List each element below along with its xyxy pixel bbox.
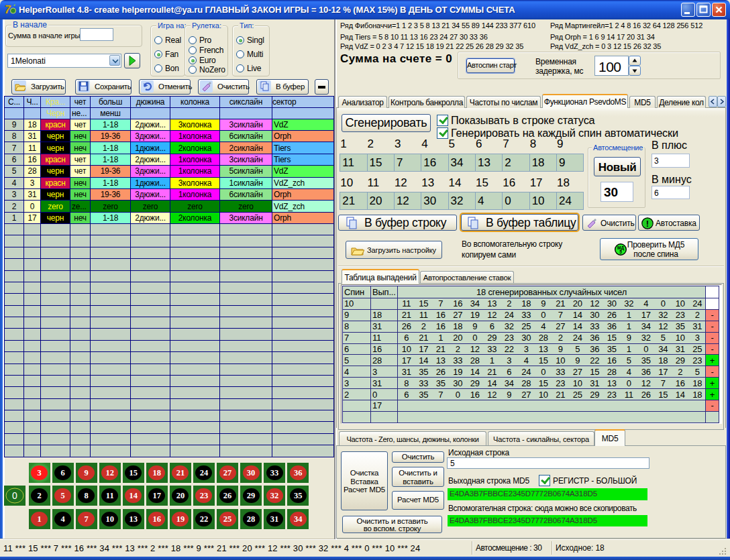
svg-text:5: 5: [619, 249, 622, 254]
svg-text:!: !: [646, 219, 649, 229]
svg-text:0: 0: [12, 490, 17, 501]
